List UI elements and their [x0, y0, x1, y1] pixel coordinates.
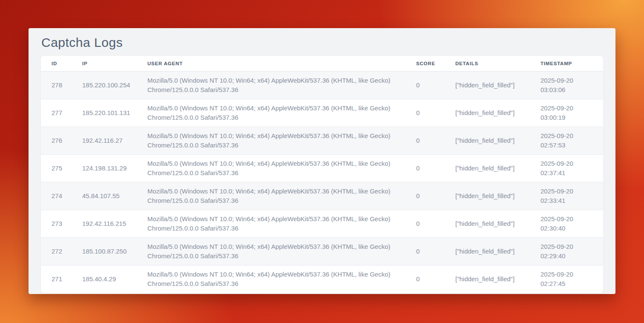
cell-id: 271 — [41, 265, 82, 293]
desktop-background: { "page": { "title": "Captcha Logs" }, "… — [0, 0, 644, 323]
cell-user-agent: Mozilla/5.0 (Windows NT 10.0; Win64; x64… — [147, 155, 416, 182]
table-row: 277 185.220.101.131 Mozilla/5.0 (Windows… — [41, 99, 603, 127]
cell-score: 0 — [416, 265, 455, 293]
cell-timestamp: 2025-09-20 02:37:41 — [540, 155, 603, 182]
cell-timestamp: 2025-09-20 03:03:06 — [540, 72, 603, 99]
logs-table-container: ID IP USER AGENT SCORE DETAILS TIMESTAMP… — [41, 56, 603, 293]
table-row: 273 192.42.116.215 Mozilla/5.0 (Windows … — [41, 210, 603, 238]
cell-timestamp: 2025-09-20 03:00:19 — [540, 99, 603, 127]
cell-id: 278 — [41, 72, 82, 99]
cell-ip: 192.42.116.215 — [82, 210, 147, 238]
table-row: 274 45.84.107.55 Mozilla/5.0 (Windows NT… — [41, 182, 603, 210]
table-row: 272 185.100.87.250 Mozilla/5.0 (Windows … — [41, 238, 603, 265]
cell-user-agent: Mozilla/5.0 (Windows NT 10.0; Win64; x64… — [147, 210, 416, 238]
cell-id: 273 — [41, 210, 82, 238]
cell-details: ["hidden_field_filled"] — [455, 155, 540, 182]
cell-score: 0 — [416, 127, 455, 155]
cell-details: ["hidden_field_filled"] — [455, 99, 540, 127]
cell-user-agent: Mozilla/5.0 (Windows NT 10.0; Win64; x64… — [147, 238, 416, 265]
cell-user-agent: Mozilla/5.0 (Windows NT 10.0; Win64; x64… — [147, 127, 416, 155]
cell-details: ["hidden_field_filled"] — [455, 127, 540, 155]
cell-user-agent: Mozilla/5.0 (Windows NT 10.0; Win64; x64… — [147, 72, 416, 99]
cell-score: 0 — [416, 99, 455, 127]
cell-details: ["hidden_field_filled"] — [455, 182, 540, 210]
cell-score: 0 — [416, 155, 455, 182]
cell-timestamp: 2025-09-20 02:33:41 — [540, 182, 603, 210]
cell-user-agent: Mozilla/5.0 (Windows NT 10.0; Win64; x64… — [147, 182, 416, 210]
cell-score: 0 — [416, 182, 455, 210]
cell-ip: 185.40.4.29 — [82, 265, 147, 293]
column-header-ip: IP — [82, 56, 147, 72]
cell-id: 272 — [41, 238, 82, 265]
captcha-logs-table: ID IP USER AGENT SCORE DETAILS TIMESTAMP… — [41, 56, 603, 293]
cell-details: ["hidden_field_filled"] — [455, 72, 540, 99]
column-header-user-agent: USER AGENT — [147, 56, 416, 72]
cell-id: 275 — [41, 155, 82, 182]
table-header-row: ID IP USER AGENT SCORE DETAILS TIMESTAMP — [41, 56, 603, 72]
cell-timestamp: 2025-09-20 02:30:40 — [540, 210, 603, 238]
cell-details: ["hidden_field_filled"] — [455, 210, 540, 238]
cell-details: ["hidden_field_filled"] — [455, 238, 540, 265]
table-row: 276 192.42.116.27 Mozilla/5.0 (Windows N… — [41, 127, 603, 155]
column-header-details: DETAILS — [455, 56, 540, 72]
cell-timestamp: 2025-09-20 02:27:45 — [540, 265, 603, 293]
cell-ip: 185.220.100.254 — [82, 72, 147, 99]
cell-ip: 185.220.101.131 — [82, 99, 147, 127]
cell-ip: 45.84.107.55 — [82, 182, 147, 210]
cell-user-agent: Mozilla/5.0 (Windows NT 10.0; Win64; x64… — [147, 99, 416, 127]
page-title: Captcha Logs — [41, 35, 603, 49]
cell-ip: 192.42.116.27 — [82, 127, 147, 155]
column-header-timestamp: TIMESTAMP — [540, 56, 603, 72]
cell-id: 277 — [41, 99, 82, 127]
cell-score: 0 — [416, 210, 455, 238]
cell-id: 276 — [41, 127, 82, 155]
cell-ip: 124.198.131.29 — [82, 155, 147, 182]
cell-ip: 185.100.87.250 — [82, 238, 147, 265]
cell-id: 274 — [41, 182, 82, 210]
captcha-logs-card: Captcha Logs ID IP USER AGENT SCORE DETA… — [29, 28, 615, 294]
cell-score: 0 — [416, 72, 455, 99]
column-header-id: ID — [41, 56, 82, 72]
table-row: 271 185.40.4.29 Mozilla/5.0 (Windows NT … — [41, 265, 603, 293]
column-header-score: SCORE — [416, 56, 455, 72]
table-row: 275 124.198.131.29 Mozilla/5.0 (Windows … — [41, 155, 603, 182]
cell-details: ["hidden_field_filled"] — [455, 265, 540, 293]
table-row: 278 185.220.100.254 Mozilla/5.0 (Windows… — [41, 72, 603, 99]
cell-score: 0 — [416, 238, 455, 265]
cell-timestamp: 2025-09-20 02:29:40 — [540, 238, 603, 265]
cell-user-agent: Mozilla/5.0 (Windows NT 10.0; Win64; x64… — [147, 265, 416, 293]
cell-timestamp: 2025-09-20 02:57:53 — [540, 127, 603, 155]
